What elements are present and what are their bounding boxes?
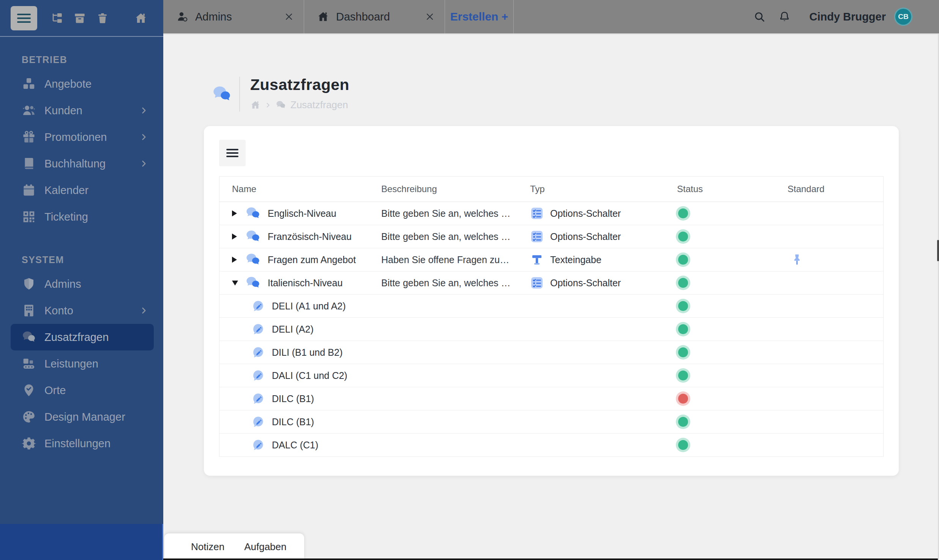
- sidebar-bottom-strip: [0, 524, 163, 560]
- status-badge[interactable]: [678, 440, 688, 450]
- table-row[interactable]: Englisch-Niveau Bitte geben Sie an, welc…: [219, 202, 883, 225]
- user-name[interactable]: Cindy Brugger: [810, 11, 886, 23]
- table-row[interactable]: DALI (C1 und C2): [219, 364, 883, 387]
- questions-table: Name Beschreibung Typ Status Standard En…: [219, 176, 884, 457]
- status-badge[interactable]: [678, 394, 688, 404]
- sidebar-section: BETRIEB Angebote Kunden Promotionen Buch…: [0, 54, 163, 230]
- status-badge[interactable]: [678, 208, 688, 218]
- table-row[interactable]: DILI (B1 und B2): [219, 341, 883, 364]
- row-type-bubble-icon: [252, 323, 265, 336]
- column-header-status[interactable]: Status: [664, 184, 775, 194]
- column-header-beschreibung[interactable]: Beschreibung: [369, 184, 518, 194]
- sidebar-toggle-button[interactable]: [11, 6, 37, 30]
- row-description: Bitte geben Sie an, welches …: [369, 278, 518, 289]
- table-row[interactable]: DELI (A1 und A2): [219, 295, 883, 318]
- row-type-bubble-icon: [245, 275, 260, 290]
- expand-arrow-icon[interactable]: [232, 257, 237, 263]
- chevron-right-icon: [139, 132, 149, 142]
- close-icon[interactable]: [425, 12, 435, 22]
- row-name: Englisch-Niveau: [268, 208, 336, 219]
- column-header-standard[interactable]: Standard: [775, 184, 884, 194]
- sidebar-section-title: BETRIEB: [22, 54, 163, 65]
- sidebar-item-orte[interactable]: Orte: [0, 377, 163, 404]
- home-icon[interactable]: [134, 12, 147, 25]
- sidebar-section: SYSTEM Admins Konto Zusatzfragen Leistun…: [0, 254, 163, 457]
- sidebar-item-ticketing[interactable]: Ticketing: [0, 203, 163, 230]
- trash-icon[interactable]: [96, 12, 109, 25]
- tab-erstellen[interactable]: Erstellen +: [445, 0, 514, 33]
- sidebar-item-icon: [22, 103, 36, 118]
- sidebar-nav: BETRIEB Angebote Kunden Promotionen Buch…: [0, 54, 163, 457]
- column-header-typ[interactable]: Typ: [518, 184, 664, 194]
- table-row[interactable]: DALC (C1): [219, 434, 883, 457]
- expand-arrow-icon[interactable]: [232, 281, 237, 286]
- expand-arrow-icon[interactable]: [232, 210, 237, 216]
- zusatzfragen-chat-icon: [212, 84, 232, 104]
- table-header: Name Beschreibung Typ Status Standard: [219, 177, 883, 202]
- tab-icon: [176, 11, 188, 23]
- status-badge[interactable]: [678, 371, 688, 380]
- sidebar-item-label: Angebote: [44, 78, 92, 90]
- tasks-button[interactable]: Aufgaben: [234, 541, 296, 553]
- search-icon[interactable]: [753, 11, 765, 23]
- table-row[interactable]: Italienisch-Niveau Bitte geben Sie an, w…: [219, 271, 883, 295]
- table-row[interactable]: Französisch-Niveau Bitte geben Sie an, w…: [219, 225, 883, 248]
- sidebar-item-icon: [22, 210, 36, 224]
- status-badge[interactable]: [678, 417, 688, 427]
- archive-icon[interactable]: [73, 12, 86, 25]
- sidebar-item-zusatzfragen[interactable]: Zusatzfragen: [11, 324, 154, 350]
- table-row[interactable]: Fragen zum Angebot Haben Sie offene Frag…: [219, 248, 883, 271]
- sidebar-item-buchhaltung[interactable]: Buchhaltung: [0, 150, 163, 177]
- table-row[interactable]: DILC (B1): [219, 410, 883, 434]
- tab-dashboard[interactable]: Dashboard: [304, 0, 445, 33]
- sidebar-item-label: Kalender: [44, 184, 88, 197]
- sidebar-item-angebote[interactable]: Angebote: [0, 71, 163, 97]
- status-badge[interactable]: [678, 232, 688, 241]
- table-row[interactable]: DILC (B1): [219, 387, 883, 410]
- sidebar-item-label: Zusatzfragen: [44, 331, 109, 344]
- sidebar-item-einstellungen[interactable]: Einstellungen: [0, 430, 163, 457]
- column-header-name[interactable]: Name: [219, 184, 369, 194]
- home-icon[interactable]: [250, 100, 260, 110]
- row-name: DALI (C1 und C2): [272, 370, 347, 381]
- close-icon[interactable]: [284, 12, 294, 22]
- notes-button[interactable]: Notizen: [181, 541, 234, 553]
- sidebar-item-icon: [22, 277, 36, 291]
- status-badge[interactable]: [678, 347, 688, 357]
- row-name: DILC (B1): [272, 393, 314, 404]
- menu-icon: [226, 147, 238, 159]
- sidebar: BETRIEB Angebote Kunden Promotionen Buch…: [0, 0, 163, 560]
- status-badge[interactable]: [678, 278, 688, 288]
- sidebar-item-kalender[interactable]: Kalender: [0, 177, 163, 203]
- tab-admins[interactable]: Admins: [163, 0, 304, 33]
- sidebar-item-icon: [22, 77, 36, 91]
- sidebar-item-leistungen[interactable]: Leistungen: [0, 350, 163, 377]
- sidebar-item-konto[interactable]: Konto: [0, 297, 163, 324]
- sidebar-item-promotionen[interactable]: Promotionen: [0, 124, 163, 150]
- sidebar-item-admins[interactable]: Admins: [0, 271, 163, 297]
- row-type-label: Options-Schalter: [550, 278, 621, 289]
- scrollbar-thumb[interactable]: [937, 240, 939, 261]
- type-icon: [530, 230, 544, 243]
- sidebar-item-label: Promotionen: [44, 131, 107, 144]
- app-window: BETRIEB Angebote Kunden Promotionen Buch…: [0, 0, 939, 560]
- row-type-bubble-icon: [252, 346, 265, 359]
- table-menu-button[interactable]: [219, 140, 246, 166]
- table-row[interactable]: DELI (A2): [219, 318, 883, 341]
- status-badge[interactable]: [678, 301, 688, 311]
- status-badge[interactable]: [678, 255, 688, 265]
- row-type-label: Options-Schalter: [550, 231, 621, 242]
- sidebar-item-kunden[interactable]: Kunden: [0, 97, 163, 124]
- row-name: DILI (B1 und B2): [272, 347, 342, 358]
- sidebar-item-design-manager[interactable]: Design Manager: [0, 404, 163, 430]
- expand-arrow-icon[interactable]: [232, 233, 237, 240]
- sitemap-icon[interactable]: [51, 12, 63, 25]
- row-type-bubble-icon: [252, 369, 265, 382]
- status-badge[interactable]: [678, 324, 688, 334]
- sidebar-toolbar: [0, 0, 163, 37]
- chevron-right-icon: [139, 306, 149, 315]
- bell-icon[interactable]: [778, 11, 791, 23]
- breadcrumb-item[interactable]: Zusatzfragen: [290, 99, 348, 111]
- row-type-label: Options-Schalter: [550, 208, 621, 219]
- avatar[interactable]: CB: [894, 8, 912, 26]
